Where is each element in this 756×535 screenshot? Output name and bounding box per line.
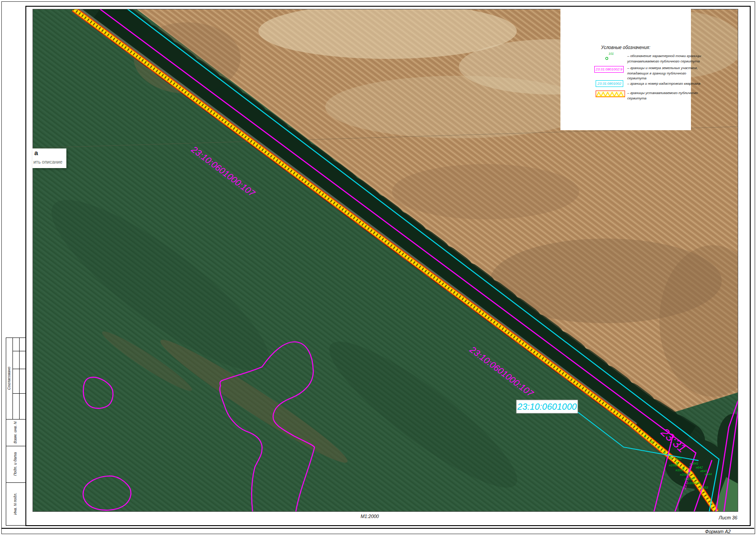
- titleblock-grid-h1: [12, 351, 25, 351]
- titleblock-inv-label: Инв. N подл.: [12, 482, 19, 525]
- titleblock-grid-v2: [19, 337, 20, 419]
- titleblock-podp-label: Подп. и дата: [12, 446, 19, 482]
- titleblock-grid-h3: [12, 393, 25, 394]
- scale-label: М1:2000: [343, 514, 396, 519]
- titleblock-vzam-label: Взам. инв. N: [12, 419, 19, 446]
- frame-bottom-line: [1, 528, 754, 529]
- drawing-sheet: 23:10:0601000 23:10:0601000:107 23:10:06…: [0, 0, 756, 535]
- sheet-number-label: Лист 36: [686, 515, 737, 520]
- titleblock-grid-h2: [12, 369, 25, 369]
- titleblock-grid-v1: [12, 337, 13, 419]
- format-label: Формат А2: [659, 529, 731, 534]
- drawing-frame: [25, 6, 751, 526]
- titleblock-approved-label: Согласовано: [6, 337, 12, 419]
